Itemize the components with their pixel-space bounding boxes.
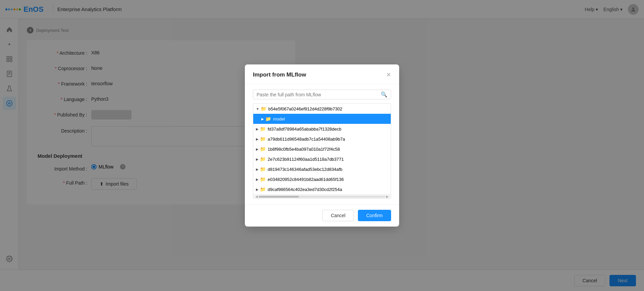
chevron-right-icon-e034: ▶ (256, 178, 259, 181)
chevron-right-icon-a79d: ▶ (256, 137, 259, 141)
chevron-right-icon-d9ca: ▶ (256, 188, 259, 191)
modal-overlay: Import from MLflow ✕ 🔍 ▼ 📁 b54e5f067a024… (0, 0, 644, 291)
scroll-left-arrow[interactable]: ◀ (255, 195, 259, 198)
tree-label-a79d: a79db611d96548adb7c1a54408ab9b7a (268, 137, 345, 142)
tree-label-2e7c: 2e7c623b91124f60aa1d5118a7db3771 (268, 157, 344, 162)
chevron-down-icon: ▼ (256, 107, 259, 111)
tree-label-d819: d819473c146346afad53ebc12d834afb (268, 167, 342, 172)
folder-icon-d9ca: 📁 (260, 187, 266, 192)
folder-icon-d819: 📁 (260, 166, 266, 172)
chevron-right-icon: ▶ (261, 117, 264, 121)
import-mlflow-modal: Import from MLflow ✕ 🔍 ▼ 📁 b54e5f067a024… (245, 64, 399, 227)
scroll-thumb (259, 196, 299, 198)
modal-cancel-button[interactable]: Cancel (322, 210, 354, 221)
tree-item-a79d[interactable]: ▶ 📁 a79db611d96548adb7c1a54408ab9b7a (253, 134, 391, 144)
tree-container: ▼ 📁 b54e5f067a0246ef912d4d228f9b7302 ▶ 📁… (253, 103, 391, 199)
chevron-right-icon-d819: ▶ (256, 167, 259, 171)
tree-scroll[interactable]: ▼ 📁 b54e5f067a0246ef912d4d228f9b7302 ▶ 📁… (253, 104, 391, 194)
tree-item-e034[interactable]: ▶ 📁 e034820952c84491b82aad61dd65f136 (253, 174, 391, 184)
scroll-right-arrow[interactable]: ▶ (385, 195, 389, 198)
folder-icon-2e7c: 📁 (260, 156, 266, 162)
tree-label-e034: e034820952c84491b82aad61dd65f136 (268, 177, 344, 182)
folder-icon-model: 📁 (265, 116, 271, 122)
tree-item-model[interactable]: ▶ 📁 model (253, 114, 391, 124)
folder-icon: 📁 (261, 106, 266, 111)
search-row: 🔍 (253, 90, 391, 99)
mlflow-path-input[interactable] (257, 92, 381, 97)
chevron-right-icon-fd37: ▶ (256, 127, 259, 131)
horizontal-scrollbar[interactable]: ◀ ▶ (253, 194, 391, 198)
tree-label-1b8f: 1b8f98c0fb5e4ba097a010a1f72f4c58 (268, 147, 340, 152)
search-icon: 🔍 (381, 91, 387, 98)
chevron-right-icon-1b8f: ▶ (256, 147, 259, 151)
tree-item-2e7c[interactable]: ▶ 📁 2e7c623b91124f60aa1d5118a7db3771 (253, 154, 391, 164)
modal-title: Import from MLflow (253, 71, 306, 78)
modal-header: Import from MLflow ✕ (245, 64, 399, 84)
tree-item-d819[interactable]: ▶ 📁 d819473c146346afad53ebc12d834afb (253, 164, 391, 174)
chevron-right-icon-2e7c: ▶ (256, 157, 259, 161)
modal-close-button[interactable]: ✕ (386, 71, 391, 79)
folder-icon-fd37: 📁 (260, 126, 266, 132)
tree-label-fd37: fd37a8df78984a65ababba7f1328decb (268, 127, 341, 132)
folder-icon-a79d: 📁 (260, 136, 266, 142)
folder-icon-1b8f: 📁 (260, 146, 266, 152)
modal-footer: Cancel Confirm (245, 204, 399, 227)
folder-icon-e034: 📁 (260, 177, 266, 182)
scroll-track (259, 196, 385, 198)
modal-confirm-button[interactable]: Confirm (358, 210, 391, 221)
tree-item-d9ca[interactable]: ▶ 📁 d9caf986564c402ea3ed7d30cd2f254a (253, 184, 391, 194)
tree-label-root: b54e5f067a0246ef912d4d228f9b7302 (268, 106, 342, 111)
tree-item-1b8f[interactable]: ▶ 📁 1b8f98c0fb5e4ba097a010a1f72f4c58 (253, 144, 391, 154)
tree-label-model: model (273, 116, 285, 122)
tree-item-root[interactable]: ▼ 📁 b54e5f067a0246ef912d4d228f9b7302 (253, 104, 391, 114)
tree-label-d9ca: d9caf986564c402ea3ed7d30cd2f254a (268, 187, 342, 192)
tree-item-fd37[interactable]: ▶ 📁 fd37a8df78984a65ababba7f1328decb (253, 124, 391, 134)
modal-body: 🔍 ▼ 📁 b54e5f067a0246ef912d4d228f9b7302 ▶ (245, 84, 399, 204)
